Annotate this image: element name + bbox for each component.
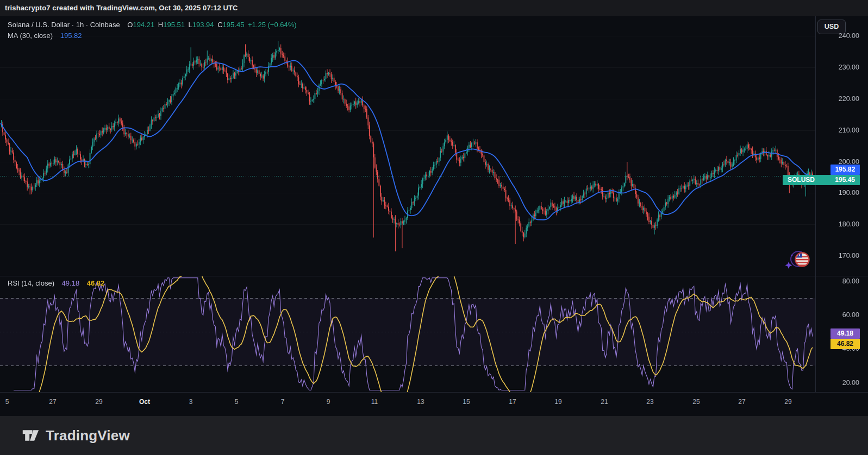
price-axis-tick: 210.00 [816, 126, 859, 135]
time-axis-tick: 5 [224, 398, 248, 406]
price-axis-tick: 240.00 [816, 31, 859, 40]
high-label: H [158, 21, 163, 29]
time-axis-tick: 19 [546, 398, 570, 406]
moon-flag-watermark [785, 249, 814, 271]
ma-legend[interactable]: MA (30, close) 195.82 [8, 31, 82, 40]
time-axis-tick: 29 [776, 398, 800, 406]
time-axis[interactable]: 52729Oct357911131517192123252729 [0, 392, 868, 416]
ma-label: MA (30, close) [8, 31, 53, 40]
pane-separator[interactable] [0, 276, 868, 276]
price-axis-tick: 190.00 [816, 188, 859, 197]
time-axis-tick: 11 [363, 398, 386, 406]
time-axis-tick: 27 [41, 398, 65, 406]
time-axis-tick: 7 [271, 398, 295, 406]
time-axis-tick: 25 [684, 398, 708, 406]
time-axis-tick: 23 [638, 398, 662, 406]
price-chart-canvas[interactable] [0, 16, 815, 392]
ma-price-tag: 195.82 [830, 165, 860, 175]
time-axis-tick: 13 [409, 398, 433, 406]
time-axis-tick: 21 [592, 398, 616, 406]
rsi-legend[interactable]: RSI (14, close) 49.18 46.82 [8, 279, 104, 287]
time-axis-tick: 3 [179, 398, 203, 406]
attribution-bar: trishacrypto7 created with TradingView.c… [0, 0, 868, 16]
rsi-label: RSI (14, close) [8, 279, 54, 287]
time-axis-tick: Oct [133, 398, 157, 406]
attribution-text: trishacrypto7 created with TradingView.c… [5, 4, 238, 12]
last-price-tag: SOLUSD 195.45 [783, 175, 860, 185]
rsi-axis-tick: 80.00 [816, 277, 859, 286]
rsi-ma-value-tag: 46.82 [830, 339, 860, 349]
tradingview-logo-icon [22, 427, 39, 444]
price-axis-tick: 220.00 [816, 94, 859, 103]
footer: TradingView [0, 416, 868, 455]
price-axis-tick: 170.00 [816, 251, 859, 260]
chart-area: Solana / U.S. Dollar · 1h · Coinbase O19… [0, 16, 868, 392]
low-value: 193.94 [192, 21, 214, 29]
rsi-axis-tick: 60.00 [816, 311, 859, 319]
price-axis-tick: 180.00 [816, 220, 859, 229]
last-price-value: 195.45 [835, 175, 855, 185]
time-axis-tick: 9 [316, 398, 340, 406]
last-price-symbol: SOLUSD [788, 175, 815, 185]
time-axis-tick: 17 [501, 398, 524, 406]
time-axis-tick: 27 [730, 398, 754, 406]
change-value: +1.25 (+0.64%) [248, 21, 297, 29]
rsi-value-tag: 49.18 [830, 328, 860, 339]
close-label: C [217, 21, 222, 29]
time-axis-tick: 29 [87, 398, 111, 406]
rsi-ma-value: 46.82 [87, 279, 105, 287]
price-axis-tick: 230.00 [816, 63, 859, 72]
close-value: 195.45 [223, 21, 245, 29]
moon-flag-icon [785, 249, 814, 271]
symbol-title: Solana / U.S. Dollar · 1h · Coinbase [8, 21, 120, 29]
tradingview-snapshot: trishacrypto7 created with TradingView.c… [0, 0, 868, 455]
low-label: L [189, 21, 192, 29]
open-label: O [127, 21, 133, 29]
open-value: 194.21 [133, 21, 154, 29]
tradingview-brand: TradingView [46, 427, 130, 444]
time-axis-tick: 5 [0, 398, 19, 406]
ma-value: 195.82 [60, 31, 82, 40]
rsi-value: 49.18 [62, 279, 80, 287]
time-axis-tick: 15 [454, 398, 478, 406]
rsi-axis-tick: 20.00 [816, 378, 859, 387]
symbol-legend[interactable]: Solana / U.S. Dollar · 1h · Coinbase O19… [8, 21, 297, 29]
high-value: 195.51 [163, 21, 185, 29]
